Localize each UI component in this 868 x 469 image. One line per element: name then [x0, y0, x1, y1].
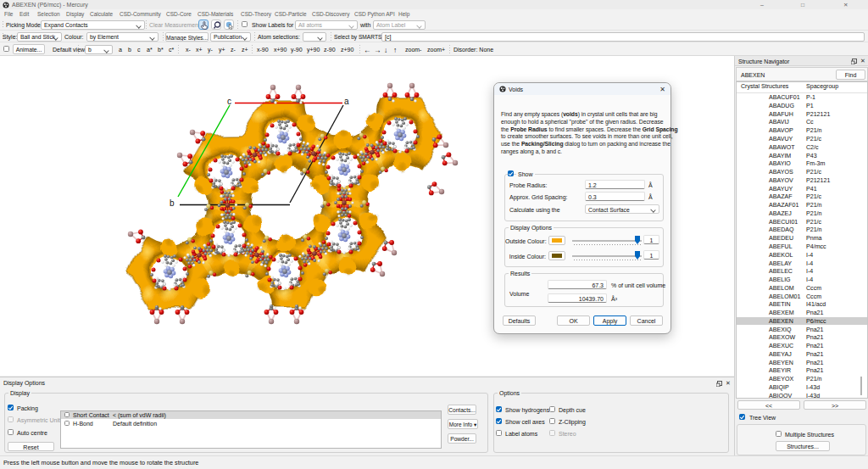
svg-text:b: b [170, 198, 175, 208]
svg-text:a: a [344, 97, 349, 106]
svg-text:c: c [227, 97, 231, 106]
